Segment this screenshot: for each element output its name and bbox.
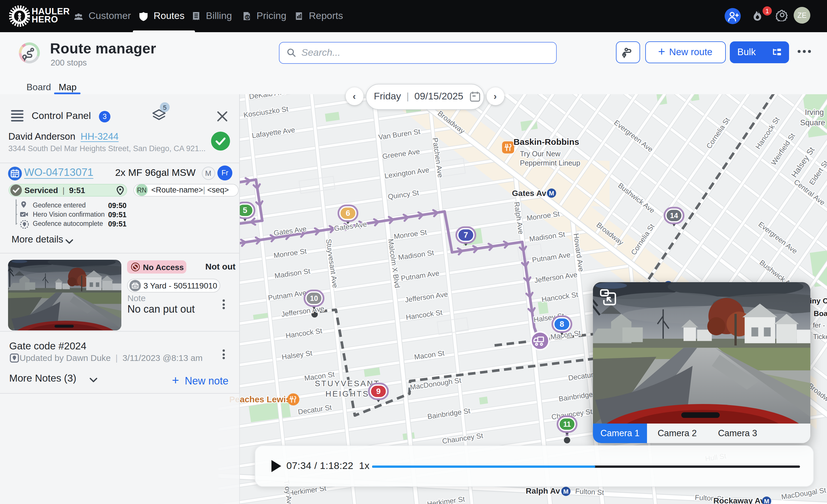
svg-text:9: 9 (376, 387, 381, 396)
svg-text:6: 6 (346, 209, 350, 218)
svg-text:Try Our New: Try Our New (520, 150, 561, 158)
svg-text:Rockaway Av: Rockaway Av (714, 496, 765, 504)
svg-text:M: M (764, 498, 769, 504)
svg-text:M: M (549, 190, 554, 197)
svg-text:11: 11 (563, 420, 571, 428)
svg-text:Ticke: Ticke (813, 333, 827, 340)
svg-text:Gates Av: Gates Av (512, 189, 546, 198)
svg-text:HEIGHTS: HEIGHTS (326, 389, 369, 398)
svg-text:8: 8 (560, 320, 564, 328)
svg-text:Square: Square (800, 118, 825, 127)
svg-text:14: 14 (670, 212, 678, 220)
svg-text:M: M (563, 488, 569, 495)
svg-text:iny C: iny C (810, 296, 827, 305)
svg-text:fer -: fer - (813, 321, 825, 329)
svg-text:Irving: Irving (805, 108, 824, 117)
svg-text:Boa: Boa (814, 309, 827, 318)
svg-text:Ralph Av: Ralph Av (526, 487, 560, 495)
svg-text:10: 10 (310, 294, 318, 302)
svg-text:Peppermint Lineup: Peppermint Lineup (520, 159, 580, 167)
svg-text:Fulton St: Fulton St (575, 487, 604, 496)
svg-text:7: 7 (464, 230, 468, 239)
svg-text:Baskin-Robbins: Baskin-Robbins (514, 137, 579, 147)
svg-text:5: 5 (243, 206, 247, 215)
